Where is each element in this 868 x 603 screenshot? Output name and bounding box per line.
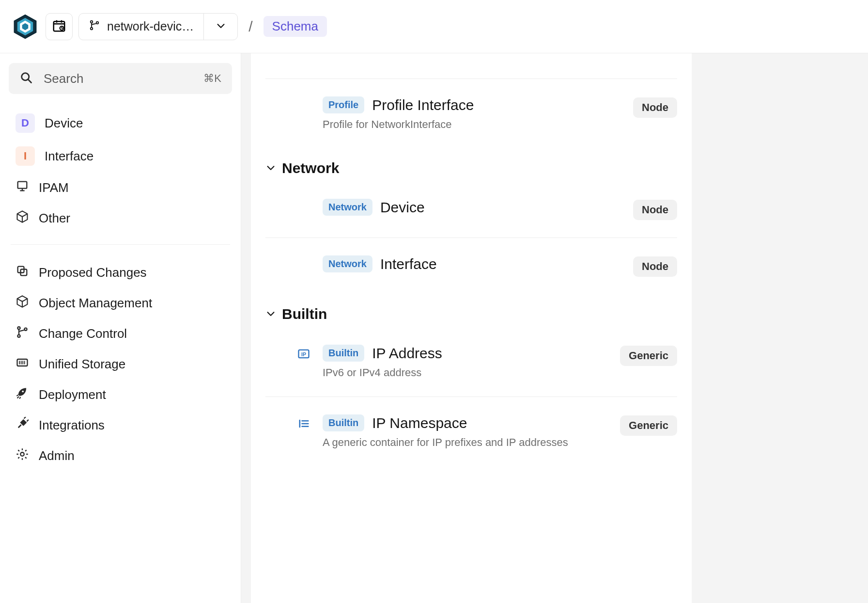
schema-item[interactable]: Profile Profile Interface Profile for Ne… [265,79,677,148]
search-trigger[interactable]: Search ⌘K [9,63,232,94]
schema-item[interactable]: Builtin IP Address IPv6 or IPv4 address … [265,327,677,397]
topbar: network-devic… / Schema [0,0,868,53]
storage-icon [16,356,29,373]
schema-section-heading[interactable]: Builtin [265,294,677,327]
sidebar-item-label: Object Management [39,296,152,311]
sidebar-item-label: Proposed Changes [39,265,147,280]
sidebar-letter-icon: D [16,113,35,133]
cube-icon [16,295,29,312]
rocket-icon [16,386,29,403]
schema-item-description: IPv6 or IPv4 address [323,366,442,379]
sidebar-item-label: Unified Storage [39,357,125,372]
schema-item[interactable]: Network Interface Node [265,238,677,294]
breadcrumb-separator: / [248,18,252,35]
branch-selector[interactable]: network-devic… [78,13,238,40]
sidebar-item-proposed-changes[interactable]: Proposed Changes [9,257,232,288]
copy-icon [16,264,29,281]
list-icon [295,415,312,432]
schema-kind-chip: Generic [620,415,677,436]
schema-section-heading[interactable]: Network [265,148,677,181]
gear-icon [16,447,29,464]
sidebar-item-unified-storage[interactable]: Unified Storage [9,349,232,380]
sidebar-item-object-management[interactable]: Object Management [9,288,232,318]
sidebar-item-label: Device [45,116,83,131]
main-content: Profile Profile Interface Profile for Ne… [241,53,868,603]
sidebar-item-label: Deployment [39,387,106,402]
chevron-down-icon [265,306,276,322]
schema-namespace-tag: Builtin [323,414,364,431]
schema-item[interactable]: Network Device Node [265,181,677,238]
schema-namespace-tag: Builtin [323,345,364,362]
sidebar-item-label: Interface [45,149,93,164]
search-label: Search [44,71,83,86]
sidebar-item-interface[interactable]: IInterface [9,140,232,173]
search-icon [19,71,33,86]
sidebar-item-deployment[interactable]: Deployment [9,380,232,410]
branch-icon [89,19,100,34]
sidebar-item-ipam[interactable]: IPAM [9,173,232,203]
branch-icon [16,325,29,342]
schema-item-description: A generic container for IP prefixes and … [323,436,568,449]
sidebar-item-other[interactable]: Other [9,203,232,234]
schema-namespace-tag: Profile [323,96,364,113]
calendar-clock-icon [52,18,66,34]
schema-item-title: IP Address [372,345,442,362]
sidebar-item-label: Other [39,211,70,226]
sidebar-letter-icon: I [16,146,35,166]
schema-item-description: Profile for NetworkInterface [323,118,474,131]
section-title: Network [282,160,339,176]
chevron-down-icon [265,160,276,176]
chevron-down-icon [216,20,226,33]
schema-item-title: Profile Interface [372,97,474,113]
branch-label: network-devic… [107,19,194,33]
ipam-icon [16,179,29,196]
section-title: Builtin [282,306,327,322]
schema-panel: Profile Profile Interface Profile for Ne… [251,53,692,603]
sidebar-item-change-control[interactable]: Change Control [9,318,232,349]
schema-item-title: IP Namespace [372,415,467,431]
schema-kind-chip: Generic [620,346,677,366]
schema-kind-chip: Node [633,256,677,277]
cube-icon [16,210,29,227]
schema-item-title: Device [380,199,425,216]
branch-dropdown-toggle[interactable] [203,14,237,40]
sidebar-item-device[interactable]: DDevice [9,107,232,140]
sidebar: Search ⌘K DDeviceIInterfaceIPAMOther Pro… [0,53,241,603]
breadcrumb-current[interactable]: Schema [264,16,327,37]
app-logo[interactable] [11,12,40,41]
schema-item-title: Interface [380,256,437,272]
history-button[interactable] [46,13,73,40]
schema-kind-chip: Node [633,200,677,220]
schema-kind-chip: Node [633,97,677,118]
schema-namespace-tag: Network [323,255,372,272]
sidebar-divider [11,244,230,245]
sidebar-item-label: Admin [39,448,75,463]
sidebar-item-label: Integrations [39,418,105,433]
search-shortcut: ⌘K [203,72,221,85]
sidebar-item-integrations[interactable]: Integrations [9,410,232,441]
plug-icon [16,417,29,434]
sidebar-item-label: Change Control [39,326,127,341]
sidebar-item-admin[interactable]: Admin [9,441,232,471]
sidebar-item-label: IPAM [39,180,69,195]
schema-item[interactable]: Builtin IP Namespace A generic container… [265,397,677,466]
ip-icon [295,346,312,362]
schema-namespace-tag: Network [323,199,372,216]
